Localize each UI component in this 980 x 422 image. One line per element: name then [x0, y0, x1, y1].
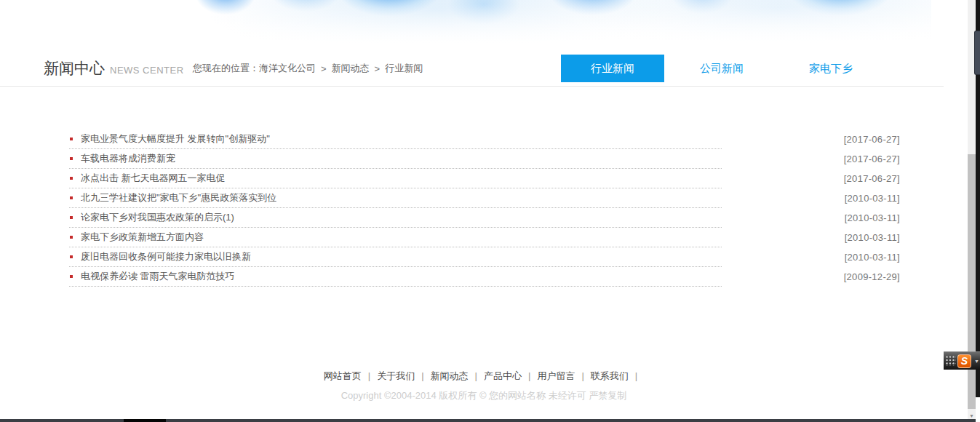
footer: 网站首页|关于我们|新闻动态|产品中心|用户留言|联系我们| Copyright… [0, 370, 968, 402]
news-link[interactable]: 电视保养必读 雷雨天气家电防范技巧 [81, 270, 235, 283]
news-link[interactable]: 车载电器将成消费新宠 [81, 152, 175, 165]
news-date: [2017-06-27] [844, 130, 900, 149]
red-square-bullet-icon [70, 216, 73, 219]
drag-grip-icon[interactable] [946, 356, 956, 366]
news-link[interactable]: 北九三学社建议把"家电下乡"惠民政策落实到位 [81, 191, 276, 204]
tab-industry-news[interactable]: 行业新闻 [561, 55, 664, 82]
news-date: [2010-03-11] [845, 208, 900, 228]
copyright-text: Copyright ©2004-2014 版权所有 © 您的网站名称 未经许可 … [0, 389, 968, 402]
news-row: 论家电下乡对我国惠农政策的启示(1) [2010-03-11] [69, 208, 900, 228]
page-subtitle: NEWS CENTER [110, 61, 184, 76]
news-row: 电视保养必读 雷雨天气家电防范技巧 [2009-12-29] [69, 267, 900, 287]
breadcrumb-prefix: 您现在的位置： [193, 62, 259, 75]
news-list: 家电业景气度大幅度提升 发展转向"创新驱动" [2017-06-27] 车载电器… [69, 130, 900, 287]
bottom-edge-bar-segment [124, 419, 166, 422]
footer-nav: 网站首页|关于我们|新闻动态|产品中心|用户留言|联系我们| [0, 370, 968, 383]
news-category-tabs: 行业新闻 公司新闻 家电下乡 [561, 55, 888, 82]
news-date: [2010-03-11] [845, 247, 900, 267]
footer-link-home[interactable]: 网站首页 [324, 370, 362, 381]
news-link[interactable]: 家电下乡政策新增五方面内容 [81, 231, 204, 244]
tab-company-news[interactable]: 公司新闻 [670, 55, 773, 82]
news-row: 冰点出击 新七天电器网五一家电促 [2017-06-27] [69, 169, 900, 188]
news-link[interactable]: 论家电下乡对我国惠农政策的启示(1) [81, 211, 234, 224]
red-square-bullet-icon [70, 275, 73, 278]
ime-toolbar: S ▼ [944, 351, 980, 370]
breadcrumb: 您现在的位置： 海洋文化公司 > 新闻动态 > 行业新闻 [193, 55, 423, 82]
red-square-bullet-icon [70, 157, 73, 160]
news-row: 车载电器将成消费新宠 [2017-06-27] [69, 149, 900, 169]
news-link[interactable]: 冰点出击 新七天电器网五一家电促 [81, 172, 226, 185]
news-date: [2009-12-29] [844, 267, 900, 287]
scrollbar-thumb[interactable] [968, 154, 976, 409]
overlay-scrollbar-thumb[interactable] [974, 31, 980, 75]
news-row: 废旧电器回收条例可能接力家电以旧换新 [2010-03-11] [69, 247, 900, 267]
footer-separator: | [528, 370, 530, 381]
news-link[interactable]: 废旧电器回收条例可能接力家电以旧换新 [81, 250, 251, 263]
breadcrumb-home[interactable]: 海洋文化公司 [259, 62, 316, 75]
bottom-edge-bar [0, 419, 976, 422]
news-section-header: 新闻中心 NEWS CENTER 您现在的位置： 海洋文化公司 > 新闻动态 >… [44, 55, 931, 82]
breadcrumb-news[interactable]: 新闻动态 [332, 62, 370, 75]
news-date: [2010-03-11] [845, 188, 900, 208]
ime-sogou-icon[interactable]: S [957, 354, 971, 368]
news-date: [2017-06-27] [844, 149, 900, 169]
news-row: 家电下乡政策新增五方面内容 [2010-03-11] [69, 228, 900, 247]
red-square-bullet-icon [70, 236, 73, 239]
news-date: [2010-03-11] [845, 228, 900, 247]
footer-link-products[interactable]: 产品中心 [484, 370, 522, 381]
footer-link-contact[interactable]: 联系我们 [591, 370, 629, 381]
red-square-bullet-icon [70, 255, 73, 258]
tab-appliances-countryside[interactable]: 家电下乡 [779, 55, 883, 82]
footer-separator: | [421, 370, 423, 381]
news-row: 家电业景气度大幅度提升 发展转向"创新驱动" [2017-06-27] [69, 130, 900, 149]
footer-separator: | [635, 370, 637, 381]
news-link[interactable]: 家电业景气度大幅度提升 发展转向"创新驱动" [81, 132, 270, 146]
header-divider [0, 86, 944, 87]
breadcrumb-separator: > [375, 63, 381, 74]
footer-link-about[interactable]: 关于我们 [377, 370, 415, 381]
footer-separator: | [368, 370, 370, 381]
footer-link-news[interactable]: 新闻动态 [431, 370, 469, 381]
ime-collapse-icon[interactable]: ▼ [974, 359, 979, 364]
red-square-bullet-icon [70, 196, 73, 199]
sky-cloud-banner [87, 0, 931, 45]
news-row: 北九三学社建议把"家电下乡"惠民政策落实到位 [2010-03-11] [69, 188, 900, 208]
breadcrumb-separator: > [321, 63, 327, 74]
red-square-bullet-icon [70, 177, 73, 180]
red-square-bullet-icon [70, 138, 73, 140]
breadcrumb-current: 行业新闻 [385, 62, 423, 75]
footer-separator: | [475, 370, 477, 381]
news-date: [2017-06-27] [844, 169, 900, 188]
footer-link-guestbook[interactable]: 用户留言 [537, 370, 575, 381]
page-title: 新闻中心 [44, 58, 105, 79]
footer-separator: | [581, 370, 583, 381]
